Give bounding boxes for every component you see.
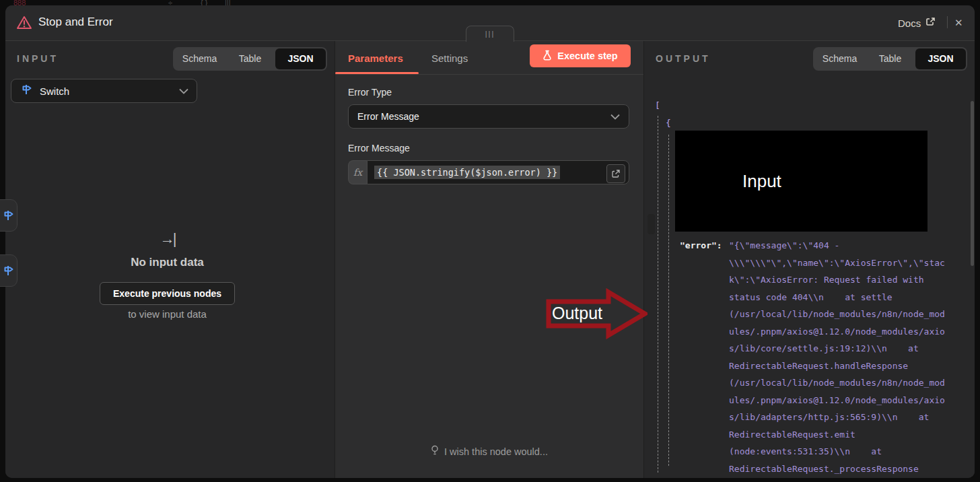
expression-value: {{ JSON.stringify($json.error) }} [374,166,560,179]
node-details-view: 888 ÷ { } ||| Stop and Error Docs ✕ INPU… [0,0,980,482]
json-key: "error": [680,237,729,477]
json-indent-guide [668,135,669,466]
node-feedback-link[interactable]: I wish this node would... [335,445,644,458]
switch-node-icon [21,83,33,98]
chevron-down-icon [179,85,188,97]
output-annotation-label: Output [552,304,602,322]
header-divider [947,16,948,28]
no-input-subtext: to view input data [0,308,335,320]
expression-input[interactable]: {{ JSON.stringify($json.error) }} [367,160,629,184]
tab-settings[interactable]: Settings [431,53,468,64]
json-value-line: (node:events:531:35)\\n at [729,443,945,460]
error-message-label: Error Message [348,143,410,153]
json-value-line: RedirectableRequest._processResponse [729,460,945,478]
input-tab-json[interactable]: JSON [275,48,326,69]
edge-node-button-switch[interactable] [0,254,18,287]
output-scrollbar[interactable] [971,101,974,266]
input-tab-schema[interactable]: Schema [174,48,225,69]
docs-link[interactable]: Docs [898,17,936,29]
node-feedback-label: I wish this node would... [444,446,548,457]
close-icon[interactable]: ✕ [952,15,966,30]
output-panel-title: OUTPUT [656,53,711,64]
docs-link-label: Docs [898,18,921,29]
fx-toggle[interactable]: fx [348,160,367,184]
expand-expression-icon[interactable] [606,164,625,183]
json-value-line: k\":\"AxiosError: Request failed with [729,271,945,289]
input-source-select[interactable]: Switch [11,79,197,103]
json-value-line: s/lib/adapters/http.js:565:9)\\n at [729,409,945,426]
error-type-value: Error Message [357,111,419,122]
output-tab-table[interactable]: Table [865,48,915,69]
json-open-bracket: [ [655,100,660,110]
execute-step-button[interactable]: Execute step [530,44,631,67]
json-value-line: (/usr/local/lib/node_modules/n8n/node_mo… [729,306,945,323]
input-view-switcher: Schema Table JSON [173,47,327,71]
json-value-line: ules/.pnpm/axios@1.12.0/node_modules/axi… [729,392,945,409]
warning-triangle-icon [16,15,32,33]
switch-node-icon [3,265,15,277]
json-error-entry: "error": "{\"message\":\"404 -\\\"\\\"\"… [680,237,963,477]
input-annotation-box: Input [675,131,928,232]
flask-icon [542,50,552,63]
no-input-heading: No input data [0,256,335,269]
output-tab-schema[interactable]: Schema [814,48,865,69]
json-value-line: RedirectableRequest.emit [729,426,945,444]
json-open-brace: { [666,118,671,128]
error-type-select[interactable]: Error Message [348,104,629,129]
output-view-switcher: Schema Table JSON [813,47,967,71]
output-tab-json[interactable]: JSON [915,48,966,69]
input-source-label: Switch [40,85,69,97]
switch-node-icon [3,209,15,221]
input-panel-title: INPUT [17,53,59,64]
tabs-divider [335,74,643,75]
json-value-line: ules/.pnpm/axios@1.12.0/node_modules/axi… [729,323,945,341]
tab-parameters[interactable]: Parameters [348,53,403,64]
chevron-down-icon [610,110,620,123]
json-value-lines: "{\"message\":\"404 -\\\"\\\"\",\"name\"… [729,237,945,477]
execute-previous-nodes-button[interactable]: Execute previous nodes [100,282,235,305]
input-annotation-label: Input [742,171,781,192]
arrow-to-bar-icon: →| [0,230,335,248]
execute-step-label: Execute step [557,50,617,61]
external-link-icon [925,17,936,29]
node-title: Stop and Error [38,15,113,29]
json-value-line: s/lib/core/settle.js:19:12)\\n at [729,340,945,357]
error-type-label: Error Type [348,87,392,98]
output-annotation-arrow: Output [545,288,648,342]
json-value-line: RedirectableRequest.handleResponse [729,357,945,375]
json-value-line: \\\"\\\"\",\"name\":\"AxiosError\",\"sta… [729,254,945,272]
panel-drag-handle[interactable]: ||| [466,26,514,42]
json-value-line: status code 404\\n at settle [729,289,945,306]
edge-node-button-switch[interactable] [0,199,18,232]
input-tab-table[interactable]: Table [225,48,275,69]
json-value-line: "{\"message\":\"404 - [729,237,945,254]
json-indent-guide [658,116,658,473]
lightbulb-icon [431,445,439,458]
error-message-field: fx {{ JSON.stringify($json.error) }} [348,160,629,184]
json-value-line: (/usr/local/lib/node_modules/n8n/node_mo… [729,374,945,392]
panel-resize-handle[interactable] [648,214,655,234]
